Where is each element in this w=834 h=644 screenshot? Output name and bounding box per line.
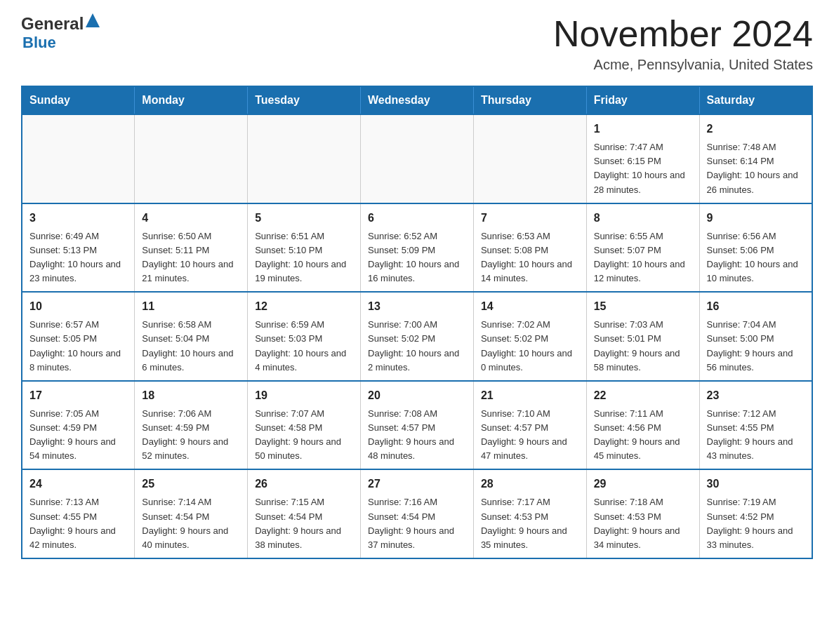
calendar-cell: 26Sunrise: 7:15 AM Sunset: 4:54 PM Dayli…: [248, 469, 361, 558]
day-info: Sunrise: 7:13 AM Sunset: 4:55 PM Dayligh…: [29, 495, 127, 552]
day-info: Sunrise: 7:10 AM Sunset: 4:57 PM Dayligh…: [481, 407, 579, 464]
logo-blue-text: Blue: [22, 34, 56, 52]
day-number: 15: [594, 298, 692, 315]
day-number: 2: [707, 121, 805, 137]
day-number: 29: [594, 476, 692, 492]
day-number: 18: [142, 387, 240, 404]
calendar-cell: 18Sunrise: 7:06 AM Sunset: 4:59 PM Dayli…: [135, 381, 248, 470]
day-number: 27: [368, 476, 466, 492]
day-number: 14: [481, 298, 579, 315]
day-info: Sunrise: 7:47 AM Sunset: 6:15 PM Dayligh…: [594, 140, 692, 197]
day-number: 10: [29, 298, 127, 315]
weekday-header-monday: Monday: [135, 86, 248, 114]
day-number: 6: [368, 210, 466, 227]
calendar-cell: 12Sunrise: 6:59 AM Sunset: 5:03 PM Dayli…: [248, 292, 361, 381]
logo-triangle-icon: [86, 13, 100, 30]
calendar-cell: [361, 114, 474, 203]
weekday-header-tuesday: Tuesday: [248, 86, 361, 114]
day-info: Sunrise: 7:15 AM Sunset: 4:54 PM Dayligh…: [255, 495, 353, 552]
calendar-week-3: 10Sunrise: 6:57 AM Sunset: 5:05 PM Dayli…: [22, 292, 812, 381]
calendar-cell: 29Sunrise: 7:18 AM Sunset: 4:53 PM Dayli…: [586, 469, 699, 558]
weekday-header-thursday: Thursday: [473, 86, 586, 114]
day-info: Sunrise: 6:51 AM Sunset: 5:10 PM Dayligh…: [255, 229, 353, 286]
day-info: Sunrise: 7:17 AM Sunset: 4:53 PM Dayligh…: [481, 495, 579, 552]
day-number: 30: [707, 476, 805, 492]
day-number: 25: [142, 476, 240, 492]
weekday-header-sunday: Sunday: [22, 86, 135, 114]
day-info: Sunrise: 6:50 AM Sunset: 5:11 PM Dayligh…: [142, 229, 240, 286]
calendar-cell: 11Sunrise: 6:58 AM Sunset: 5:04 PM Dayli…: [135, 292, 248, 381]
day-info: Sunrise: 7:14 AM Sunset: 4:54 PM Dayligh…: [142, 495, 240, 552]
day-info: Sunrise: 7:03 AM Sunset: 5:01 PM Dayligh…: [594, 318, 692, 375]
day-info: Sunrise: 7:16 AM Sunset: 4:54 PM Dayligh…: [368, 495, 466, 552]
calendar-cell: [135, 114, 248, 203]
weekday-header-wednesday: Wednesday: [361, 86, 474, 114]
calendar-cell: 20Sunrise: 7:08 AM Sunset: 4:57 PM Dayli…: [361, 381, 474, 470]
weekday-header-saturday: Saturday: [699, 86, 812, 114]
day-number: 3: [29, 210, 127, 227]
calendar-cell: 3Sunrise: 6:49 AM Sunset: 5:13 PM Daylig…: [22, 203, 135, 293]
day-info: Sunrise: 6:49 AM Sunset: 5:13 PM Dayligh…: [29, 229, 127, 286]
day-info: Sunrise: 7:04 AM Sunset: 5:00 PM Dayligh…: [707, 318, 805, 375]
day-number: 5: [255, 210, 353, 227]
title-section: November 2024 Acme, Pennsylvania, United…: [553, 14, 813, 73]
calendar-week-5: 24Sunrise: 7:13 AM Sunset: 4:55 PM Dayli…: [22, 469, 812, 558]
day-info: Sunrise: 6:58 AM Sunset: 5:04 PM Dayligh…: [142, 318, 240, 375]
calendar-cell: [473, 114, 586, 203]
calendar-cell: 6Sunrise: 6:52 AM Sunset: 5:09 PM Daylig…: [361, 203, 474, 293]
calendar-cell: [248, 114, 361, 203]
day-info: Sunrise: 6:55 AM Sunset: 5:07 PM Dayligh…: [594, 229, 692, 286]
day-number: 20: [368, 387, 466, 404]
day-number: 24: [29, 476, 127, 492]
calendar-cell: 8Sunrise: 6:55 AM Sunset: 5:07 PM Daylig…: [586, 203, 699, 293]
day-number: 12: [255, 298, 353, 315]
day-info: Sunrise: 7:12 AM Sunset: 4:55 PM Dayligh…: [707, 407, 805, 464]
calendar-week-4: 17Sunrise: 7:05 AM Sunset: 4:59 PM Dayli…: [22, 381, 812, 470]
logo: General Blue: [21, 14, 100, 52]
day-number: 21: [481, 387, 579, 404]
day-info: Sunrise: 7:00 AM Sunset: 5:02 PM Dayligh…: [368, 318, 466, 375]
day-number: 1: [594, 121, 692, 137]
calendar-cell: 23Sunrise: 7:12 AM Sunset: 4:55 PM Dayli…: [699, 381, 812, 470]
month-title: November 2024: [553, 14, 813, 54]
calendar-cell: 24Sunrise: 7:13 AM Sunset: 4:55 PM Dayli…: [22, 469, 135, 558]
day-info: Sunrise: 7:06 AM Sunset: 4:59 PM Dayligh…: [142, 407, 240, 464]
calendar-cell: [22, 114, 135, 203]
day-number: 7: [481, 210, 579, 227]
day-info: Sunrise: 7:02 AM Sunset: 5:02 PM Dayligh…: [481, 318, 579, 375]
day-info: Sunrise: 7:19 AM Sunset: 4:52 PM Dayligh…: [707, 495, 805, 552]
day-info: Sunrise: 7:18 AM Sunset: 4:53 PM Dayligh…: [594, 495, 692, 552]
calendar-cell: 27Sunrise: 7:16 AM Sunset: 4:54 PM Dayli…: [361, 469, 474, 558]
day-number: 22: [594, 387, 692, 404]
calendar-cell: 30Sunrise: 7:19 AM Sunset: 4:52 PM Dayli…: [699, 469, 812, 558]
day-info: Sunrise: 7:11 AM Sunset: 4:56 PM Dayligh…: [594, 407, 692, 464]
calendar-week-2: 3Sunrise: 6:49 AM Sunset: 5:13 PM Daylig…: [22, 203, 812, 293]
calendar-week-1: 1Sunrise: 7:47 AM Sunset: 6:15 PM Daylig…: [22, 114, 812, 203]
day-info: Sunrise: 6:59 AM Sunset: 5:03 PM Dayligh…: [255, 318, 353, 375]
location-subtitle: Acme, Pennsylvania, United States: [553, 57, 813, 73]
calendar-cell: 2Sunrise: 7:48 AM Sunset: 6:14 PM Daylig…: [699, 114, 812, 203]
calendar-header-row: SundayMondayTuesdayWednesdayThursdayFrid…: [22, 86, 812, 114]
calendar-cell: 25Sunrise: 7:14 AM Sunset: 4:54 PM Dayli…: [135, 469, 248, 558]
day-info: Sunrise: 6:56 AM Sunset: 5:06 PM Dayligh…: [707, 229, 805, 286]
calendar-cell: 28Sunrise: 7:17 AM Sunset: 4:53 PM Dayli…: [473, 469, 586, 558]
calendar-cell: 21Sunrise: 7:10 AM Sunset: 4:57 PM Dayli…: [473, 381, 586, 470]
day-info: Sunrise: 7:07 AM Sunset: 4:58 PM Dayligh…: [255, 407, 353, 464]
day-info: Sunrise: 6:57 AM Sunset: 5:05 PM Dayligh…: [29, 318, 127, 375]
calendar-cell: 17Sunrise: 7:05 AM Sunset: 4:59 PM Dayli…: [22, 381, 135, 470]
day-number: 26: [255, 476, 353, 492]
day-info: Sunrise: 6:52 AM Sunset: 5:09 PM Dayligh…: [368, 229, 466, 286]
calendar-cell: 7Sunrise: 6:53 AM Sunset: 5:08 PM Daylig…: [473, 203, 586, 293]
weekday-header-friday: Friday: [586, 86, 699, 114]
calendar-cell: 9Sunrise: 6:56 AM Sunset: 5:06 PM Daylig…: [699, 203, 812, 293]
calendar-cell: 10Sunrise: 6:57 AM Sunset: 5:05 PM Dayli…: [22, 292, 135, 381]
day-number: 8: [594, 210, 692, 227]
calendar-cell: 5Sunrise: 6:51 AM Sunset: 5:10 PM Daylig…: [248, 203, 361, 293]
day-number: 9: [707, 210, 805, 227]
logo-general-text: General: [21, 14, 84, 34]
day-number: 13: [368, 298, 466, 315]
day-number: 4: [142, 210, 240, 227]
calendar-cell: 13Sunrise: 7:00 AM Sunset: 5:02 PM Dayli…: [361, 292, 474, 381]
calendar-table: SundayMondayTuesdayWednesdayThursdayFrid…: [21, 86, 813, 559]
calendar-cell: 19Sunrise: 7:07 AM Sunset: 4:58 PM Dayli…: [248, 381, 361, 470]
